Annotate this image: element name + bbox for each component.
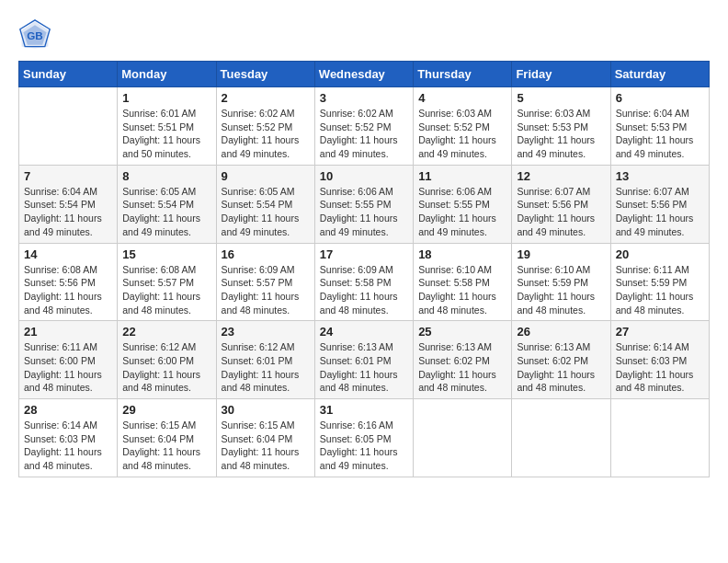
day-number: 2 [222, 91, 310, 105]
day-number: 19 [517, 247, 605, 261]
day-info: Sunrise: 6:11 AMSunset: 5:59 PMDaylight:… [616, 263, 704, 317]
calendar-cell: 28Sunrise: 6:14 AMSunset: 6:03 PMDayligh… [19, 399, 118, 477]
day-info: Sunrise: 6:01 AMSunset: 5:51 PMDaylight:… [122, 107, 210, 161]
day-number: 30 [222, 403, 310, 417]
calendar-cell [512, 399, 610, 477]
day-number: 11 [418, 169, 506, 183]
calendar-cell [414, 399, 512, 477]
day-number: 3 [320, 91, 408, 105]
day-number: 23 [222, 325, 310, 339]
calendar-cell: 25Sunrise: 6:13 AMSunset: 6:02 PMDayligh… [414, 321, 512, 399]
week-row-3: 14Sunrise: 6:08 AMSunset: 5:56 PMDayligh… [19, 243, 710, 321]
calendar-cell: 23Sunrise: 6:12 AMSunset: 6:01 PMDayligh… [216, 321, 314, 399]
week-row-2: 7Sunrise: 6:04 AMSunset: 5:54 PMDaylight… [19, 165, 710, 243]
day-info: Sunrise: 6:07 AMSunset: 5:56 PMDaylight:… [517, 185, 605, 239]
day-info: Sunrise: 6:10 AMSunset: 5:59 PMDaylight:… [517, 263, 605, 317]
calendar-cell: 4Sunrise: 6:03 AMSunset: 5:52 PMDaylight… [414, 87, 512, 166]
calendar-cell: 13Sunrise: 6:07 AMSunset: 5:56 PMDayligh… [610, 165, 709, 243]
weekday-header-friday: Friday [512, 62, 610, 87]
week-row-1: 1Sunrise: 6:01 AMSunset: 5:51 PMDaylight… [19, 87, 710, 166]
weekday-header-monday: Monday [118, 62, 216, 87]
day-number: 8 [122, 169, 210, 183]
logo: GB [18, 18, 57, 52]
weekday-header-saturday: Saturday [610, 62, 709, 87]
day-number: 31 [320, 403, 408, 417]
day-number: 29 [122, 403, 210, 417]
day-info: Sunrise: 6:03 AMSunset: 5:53 PMDaylight:… [517, 107, 605, 161]
day-number: 22 [122, 325, 210, 339]
day-info: Sunrise: 6:13 AMSunset: 6:01 PMDaylight:… [320, 340, 408, 395]
day-number: 12 [517, 169, 605, 183]
calendar-cell [610, 399, 709, 477]
weekday-header-wednesday: Wednesday [314, 62, 413, 87]
day-number: 17 [320, 247, 408, 261]
day-info: Sunrise: 6:13 AMSunset: 6:02 PMDaylight:… [517, 340, 605, 395]
day-info: Sunrise: 6:05 AMSunset: 5:54 PMDaylight:… [122, 185, 210, 239]
weekday-header-sunday: Sunday [19, 62, 118, 87]
day-info: Sunrise: 6:12 AMSunset: 6:00 PMDaylight:… [122, 340, 210, 395]
day-info: Sunrise: 6:04 AMSunset: 5:54 PMDaylight:… [24, 185, 112, 239]
day-info: Sunrise: 6:09 AMSunset: 5:57 PMDaylight:… [222, 263, 310, 317]
day-info: Sunrise: 6:15 AMSunset: 6:04 PMDaylight:… [122, 419, 210, 473]
day-number: 14 [24, 247, 112, 261]
calendar-cell: 15Sunrise: 6:08 AMSunset: 5:57 PMDayligh… [118, 243, 216, 321]
day-number: 16 [222, 247, 310, 261]
day-number: 28 [24, 403, 112, 417]
calendar-cell: 14Sunrise: 6:08 AMSunset: 5:56 PMDayligh… [19, 243, 118, 321]
day-info: Sunrise: 6:06 AMSunset: 5:55 PMDaylight:… [418, 185, 506, 239]
day-number: 13 [616, 169, 704, 183]
day-info: Sunrise: 6:11 AMSunset: 6:00 PMDaylight:… [24, 340, 112, 395]
day-info: Sunrise: 6:16 AMSunset: 6:05 PMDaylight:… [320, 419, 408, 473]
calendar-cell: 6Sunrise: 6:04 AMSunset: 5:53 PMDaylight… [610, 87, 709, 166]
calendar-cell: 20Sunrise: 6:11 AMSunset: 5:59 PMDayligh… [610, 243, 709, 321]
day-number: 6 [616, 91, 704, 105]
day-number: 27 [616, 325, 704, 339]
logo-icon: GB [18, 18, 51, 52]
calendar-cell: 3Sunrise: 6:02 AMSunset: 5:52 PMDaylight… [314, 87, 413, 166]
calendar-cell [19, 87, 118, 166]
day-info: Sunrise: 6:02 AMSunset: 5:52 PMDaylight:… [222, 107, 310, 161]
day-number: 5 [517, 91, 605, 105]
calendar-cell: 16Sunrise: 6:09 AMSunset: 5:57 PMDayligh… [216, 243, 314, 321]
calendar-cell: 10Sunrise: 6:06 AMSunset: 5:55 PMDayligh… [314, 165, 413, 243]
calendar-cell: 11Sunrise: 6:06 AMSunset: 5:55 PMDayligh… [414, 165, 512, 243]
calendar-cell: 8Sunrise: 6:05 AMSunset: 5:54 PMDaylight… [118, 165, 216, 243]
day-number: 1 [122, 91, 210, 105]
day-info: Sunrise: 6:09 AMSunset: 5:58 PMDaylight:… [320, 263, 408, 317]
day-info: Sunrise: 6:08 AMSunset: 5:57 PMDaylight:… [122, 263, 210, 317]
day-number: 7 [24, 169, 112, 183]
calendar-cell: 19Sunrise: 6:10 AMSunset: 5:59 PMDayligh… [512, 243, 610, 321]
day-number: 24 [320, 325, 408, 339]
day-number: 4 [418, 91, 506, 105]
weekday-header-thursday: Thursday [414, 62, 512, 87]
day-info: Sunrise: 6:13 AMSunset: 6:02 PMDaylight:… [418, 340, 506, 395]
day-number: 26 [517, 325, 605, 339]
day-number: 20 [616, 247, 704, 261]
weekday-header-row: SundayMondayTuesdayWednesdayThursdayFrid… [19, 62, 710, 87]
day-info: Sunrise: 6:15 AMSunset: 6:04 PMDaylight:… [222, 419, 310, 473]
calendar-cell: 18Sunrise: 6:10 AMSunset: 5:58 PMDayligh… [414, 243, 512, 321]
week-row-5: 28Sunrise: 6:14 AMSunset: 6:03 PMDayligh… [19, 399, 710, 477]
day-info: Sunrise: 6:08 AMSunset: 5:56 PMDaylight:… [24, 263, 112, 317]
day-number: 15 [122, 247, 210, 261]
calendar-cell: 17Sunrise: 6:09 AMSunset: 5:58 PMDayligh… [314, 243, 413, 321]
calendar-cell: 22Sunrise: 6:12 AMSunset: 6:00 PMDayligh… [118, 321, 216, 399]
calendar-cell: 2Sunrise: 6:02 AMSunset: 5:52 PMDaylight… [216, 87, 314, 166]
day-number: 18 [418, 247, 506, 261]
calendar-cell: 21Sunrise: 6:11 AMSunset: 6:00 PMDayligh… [19, 321, 118, 399]
day-info: Sunrise: 6:03 AMSunset: 5:52 PMDaylight:… [418, 107, 506, 161]
calendar-cell: 31Sunrise: 6:16 AMSunset: 6:05 PMDayligh… [314, 399, 413, 477]
calendar-cell: 5Sunrise: 6:03 AMSunset: 5:53 PMDaylight… [512, 87, 610, 166]
day-number: 9 [222, 169, 310, 183]
calendar-cell: 7Sunrise: 6:04 AMSunset: 5:54 PMDaylight… [19, 165, 118, 243]
day-info: Sunrise: 6:02 AMSunset: 5:52 PMDaylight:… [320, 107, 408, 161]
week-row-4: 21Sunrise: 6:11 AMSunset: 6:00 PMDayligh… [19, 321, 710, 399]
calendar-cell: 1Sunrise: 6:01 AMSunset: 5:51 PMDaylight… [118, 87, 216, 166]
day-info: Sunrise: 6:14 AMSunset: 6:03 PMDaylight:… [24, 419, 112, 473]
day-info: Sunrise: 6:07 AMSunset: 5:56 PMDaylight:… [616, 185, 704, 239]
calendar-cell: 12Sunrise: 6:07 AMSunset: 5:56 PMDayligh… [512, 165, 610, 243]
day-info: Sunrise: 6:14 AMSunset: 6:03 PMDaylight:… [616, 340, 704, 395]
day-info: Sunrise: 6:05 AMSunset: 5:54 PMDaylight:… [222, 185, 310, 239]
day-number: 21 [24, 325, 112, 339]
day-info: Sunrise: 6:06 AMSunset: 5:55 PMDaylight:… [320, 185, 408, 239]
